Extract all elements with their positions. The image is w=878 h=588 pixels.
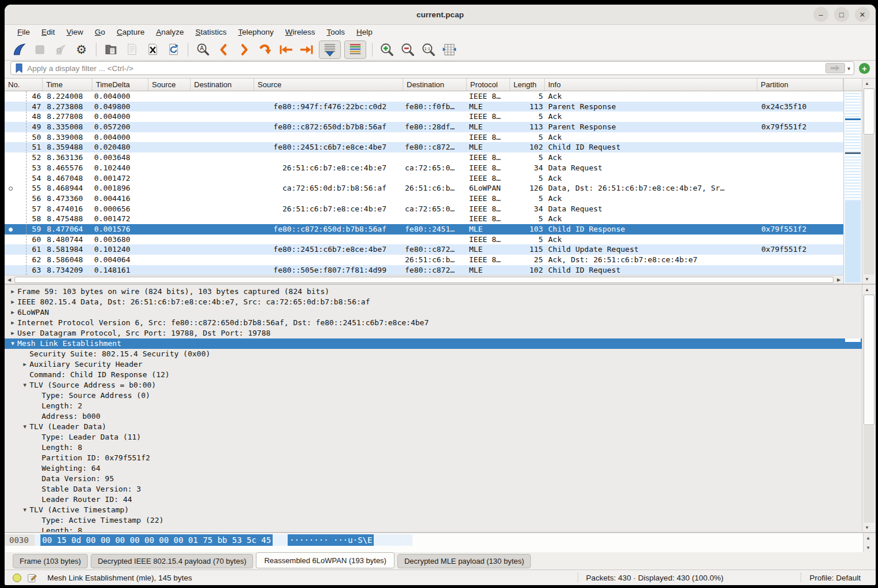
column-header-part[interactable]: Partition (757, 79, 843, 91)
detail-line[interactable]: Command: Child ID Response (12) (5, 370, 862, 380)
expert-info-icon[interactable] (13, 574, 21, 582)
vscroll-thumb[interactable] (864, 88, 875, 135)
detail-line[interactable]: ▾TLV (Leader Data) (5, 422, 862, 432)
menu-wireless[interactable]: Wireless (280, 27, 321, 38)
display-filter-input[interactable]: Apply a display filter ... <Ctrl-/> ▾ (10, 61, 854, 75)
detail-line[interactable]: Partition ID: 0x79f551f2 (5, 453, 862, 463)
detail-line[interactable]: Stable Data Version: 3 (5, 484, 862, 494)
column-header-no[interactable]: No. (5, 79, 43, 91)
detail-line[interactable]: ▾TLV (Active Timestamp) (5, 505, 862, 515)
go-forward-icon[interactable] (236, 41, 253, 58)
add-filter-button[interactable]: + (859, 63, 870, 74)
column-header-delta[interactable]: TimeDelta (92, 79, 148, 91)
go-last-packet-icon[interactable] (298, 41, 315, 58)
column-header-src1[interactable]: Source (148, 79, 191, 91)
save-file-icon[interactable] (123, 41, 140, 58)
detail-vscrollbar[interactable]: ▲ ▼ (862, 285, 876, 532)
expander-collapsed-icon[interactable]: ▸ (8, 318, 17, 328)
menu-capture[interactable]: Capture (111, 27, 150, 38)
packet-row-62[interactable]: 628.5860480.00406426:51:c6:b…IEEE 8…25Ac… (5, 255, 843, 265)
menu-help[interactable]: Help (351, 27, 378, 38)
vscroll-track[interactable] (864, 135, 875, 274)
scroll-left-icon[interactable]: ◀ (5, 276, 14, 284)
byte-tab[interactable]: Reassembled 6LoWPAN (193 bytes) (256, 552, 394, 568)
scroll-up-icon[interactable]: ▲ (862, 79, 872, 88)
close-file-icon[interactable] (144, 41, 161, 58)
detail-line[interactable]: ▸Auxiliary Security Header (5, 359, 862, 370)
packet-list-hscrollbar[interactable]: ◀ ▶ (5, 275, 843, 284)
hex-ascii-selected[interactable]: ········ ···u·S\E (288, 534, 374, 546)
packet-row-60[interactable]: 608.4807440.003680IEEE 8…5Ack (5, 235, 843, 245)
menu-view[interactable]: View (61, 27, 89, 38)
detail-line[interactable]: Length: 8 (5, 442, 862, 453)
hex-dump-row[interactable]: 0030 00 15 0d 00 00 00 00 00 00 00 01 75… (5, 534, 412, 546)
packet-row-52[interactable]: 528.3631360.003648IEEE 8…5Ack (5, 152, 843, 163)
menu-file[interactable]: File (12, 27, 36, 38)
status-profile[interactable]: Profile: Default (809, 574, 861, 582)
expander-collapsed-icon[interactable]: ▸ (8, 297, 17, 307)
packet-row-54[interactable]: 548.4670480.001472IEEE 8…5Ack (5, 173, 843, 184)
detail-line[interactable]: ▸IEEE 802.15.4 Data, Dst: 26:51:c6:b7:e8… (5, 297, 862, 307)
column-header-dst1[interactable]: Destination (191, 79, 254, 91)
go-back-icon[interactable] (215, 41, 232, 58)
scroll-up-icon[interactable]: ▲ (864, 533, 873, 542)
maximize-icon[interactable]: □ (834, 7, 849, 22)
packet-row-55[interactable]: 558.4689440.001896ca:72:65:0d:b7:b8:56:a… (5, 183, 843, 193)
reload-file-icon[interactable] (165, 41, 182, 58)
hex-bytes-selected[interactable]: 00 15 0d 00 00 00 00 00 00 00 01 75 bb 5… (40, 534, 273, 546)
detail-line[interactable]: ▸User Datagram Protocol, Src Port: 19788… (5, 328, 862, 338)
packet-row-59[interactable]: 598.4770640.001576fe80::c872:650d:b7b8:5… (5, 224, 843, 235)
byte-tab[interactable]: Frame (103 bytes) (13, 554, 88, 568)
menu-go[interactable]: Go (89, 27, 111, 38)
stop-capture-icon[interactable] (31, 41, 49, 58)
detail-line[interactable]: ▾Mesh Link Establishment (5, 338, 862, 349)
zoom-out-icon[interactable] (399, 41, 416, 58)
packet-row-46[interactable]: 468.2240080.004000IEEE 8…5Ack (5, 91, 843, 102)
packet-row-49[interactable]: 498.3350080.057200fe80::c872:650d:b7b8:5… (5, 122, 843, 132)
zoom-in-icon[interactable] (378, 41, 396, 58)
detail-line[interactable]: Data Version: 95 (5, 474, 862, 484)
expander-expanded-icon[interactable]: ▾ (20, 380, 29, 390)
capture-comment-icon[interactable] (27, 573, 37, 583)
scroll-up-icon[interactable]: ▲ (862, 285, 872, 294)
detail-line[interactable]: Security Suite: 802.15.4 Security (0x00) (5, 349, 862, 359)
packet-row-50[interactable]: 508.3390080.004000IEEE 8…5Ack (5, 132, 843, 143)
detail-vscroll-thumb[interactable] (864, 295, 875, 425)
packet-row-61[interactable]: 618.5819840.101240fe80::2451:c6b7:e8ce:4… (5, 244, 843, 255)
scroll-down-icon[interactable]: ▼ (862, 274, 872, 284)
packet-row-53[interactable]: 538.4655760.10244026:51:c6:b7:e8:ce:4b:e… (5, 163, 843, 173)
colorize-icon[interactable] (344, 40, 366, 59)
detail-line[interactable]: ▸Internet Protocol Version 6, Src: fe80:… (5, 318, 862, 328)
detail-line[interactable]: Address: b000 (5, 411, 862, 422)
go-first-packet-icon[interactable] (277, 41, 295, 58)
detail-vscroll-track[interactable] (864, 426, 875, 523)
expander-collapsed-icon[interactable]: ▸ (20, 359, 29, 370)
resize-columns-icon[interactable] (441, 41, 458, 58)
packet-row-63[interactable]: 638.7342090.148161fe80::505e:f807:7f81:4… (5, 265, 843, 275)
open-file-icon[interactable] (102, 41, 120, 58)
detail-line[interactable]: Weighting: 64 (5, 463, 862, 474)
packet-row-51[interactable]: 518.3594880.020480fe80::2451:c6b7:e8ce:4… (5, 142, 843, 152)
menu-telephony[interactable]: Telephony (232, 27, 280, 38)
packet-row-47[interactable]: 478.2738080.049800fe80::947f:f476:22bc:c… (5, 102, 843, 112)
detail-line[interactable]: Type: Source Address (0) (5, 390, 862, 401)
byte-tab[interactable]: Decrypted MLE payload (130 bytes) (397, 554, 531, 568)
menu-edit[interactable]: Edit (36, 27, 61, 38)
hscroll-thumb[interactable] (14, 277, 834, 283)
find-packet-icon[interactable]: A (194, 41, 211, 58)
detail-line[interactable]: Type: Active Timestamp (22) (5, 515, 862, 526)
bytes-vscrollbar[interactable]: ▲ ▼ (863, 533, 876, 552)
detail-line[interactable]: Length: 2 (5, 401, 862, 411)
auto-scroll-icon[interactable] (319, 40, 341, 59)
apply-filter-button[interactable] (825, 63, 845, 73)
expander-collapsed-icon[interactable]: ▸ (8, 286, 17, 297)
detail-line[interactable]: ▸6LoWPAN (5, 307, 862, 318)
expander-collapsed-icon[interactable]: ▸ (8, 328, 17, 338)
column-header-time[interactable]: Time (43, 79, 92, 91)
column-header-src2[interactable]: Source (254, 79, 403, 91)
detail-line[interactable]: ▾TLV (Source Address = b0:00) (5, 380, 862, 390)
packet-row-58[interactable]: 588.4754880.001472IEEE 8…5Ack (5, 214, 843, 224)
detail-line[interactable]: Leader Router ID: 44 (5, 494, 862, 505)
filter-dropdown-caret[interactable]: ▾ (847, 65, 850, 72)
packet-row-56[interactable]: 568.4733600.004416IEEE 8…5Ack (5, 193, 843, 204)
